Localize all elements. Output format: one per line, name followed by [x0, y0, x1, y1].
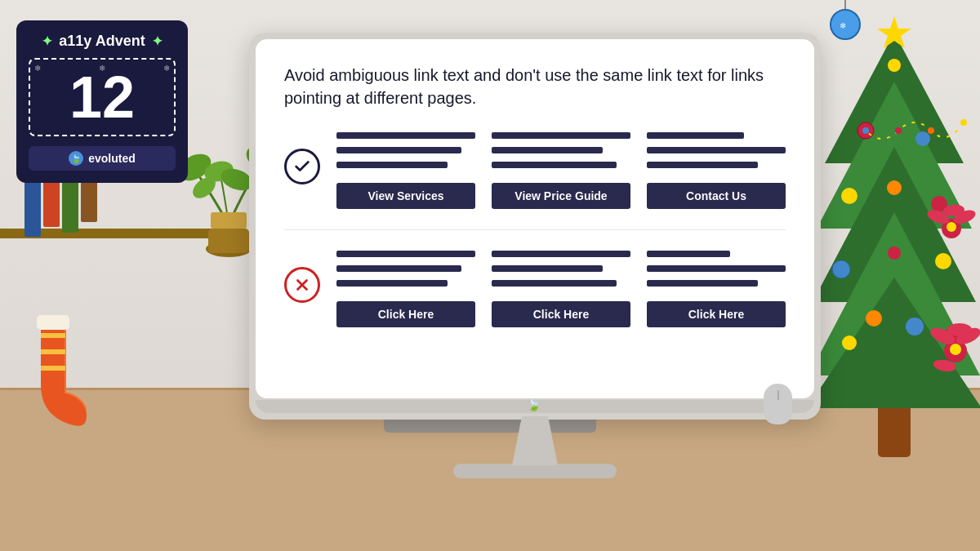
text-line — [647, 162, 758, 168]
text-line — [492, 251, 630, 257]
monitor-logo-icon: 🍃 — [527, 398, 543, 415]
svg-text:❄: ❄ — [840, 21, 846, 30]
svg-point-20 — [887, 180, 902, 195]
svg-point-33 — [947, 222, 956, 232]
svg-point-46 — [862, 127, 869, 134]
text-line — [492, 265, 603, 272]
book-2 — [43, 180, 60, 227]
svg-point-15 — [888, 59, 901, 72]
monitor-stand — [502, 416, 568, 465]
monitor-wrapper: Avoid ambiguous link text and don't use … — [253, 33, 817, 478]
view-price-guide-button[interactable]: View Price Guide — [492, 183, 630, 209]
monitor-chin: 🍃 — [256, 400, 814, 413]
svg-point-17 — [915, 131, 930, 146]
advent-header: ✦ a11y Advent ✦ — [29, 33, 176, 50]
svg-point-45 — [895, 127, 902, 134]
text-line — [492, 132, 630, 139]
cross-icon — [284, 267, 320, 303]
svg-point-25 — [906, 318, 924, 335]
contact-us-button[interactable]: Contact Us — [647, 183, 786, 209]
svg-rect-7 — [211, 212, 247, 229]
bad-card-3: Click Here — [647, 251, 786, 327]
monitor-screen: Avoid ambiguous link text and don't use … — [256, 39, 814, 398]
bad-card-2: Click Here — [492, 251, 630, 327]
evoluted-logo-icon: 🍃 — [69, 151, 83, 166]
christmas-tree: ❄ — [800, 0, 980, 490]
svg-point-21 — [832, 260, 850, 278]
star-left-icon: ✦ — [42, 33, 52, 49]
advent-calendar-panel: ✦ a11y Advent ✦ ❄❄❄ 12 🍃 evoluted — [16, 20, 188, 183]
text-line — [336, 280, 448, 287]
star-right-icon: ✦ — [152, 33, 163, 49]
evoluted-brand-name: evoluted — [88, 152, 136, 165]
svg-point-18 — [841, 188, 858, 204]
svg-point-24 — [866, 310, 882, 327]
text-line — [647, 132, 744, 139]
text-line — [647, 147, 786, 153]
text-line — [647, 280, 758, 287]
snowflakes-decoration: ❄❄❄ — [34, 64, 170, 73]
text-line — [336, 162, 448, 168]
svg-rect-8 — [37, 315, 69, 330]
good-card-3: Contact Us — [647, 132, 786, 209]
mouse — [764, 384, 792, 424]
book-3 — [62, 180, 78, 233]
advent-day-number: 12 — [38, 68, 166, 127]
svg-point-39 — [950, 344, 961, 355]
books-decoration — [24, 180, 97, 237]
text-line — [647, 251, 730, 257]
stocking-decoration — [16, 311, 98, 445]
good-card-2: View Price Guide — [492, 132, 630, 209]
screen-heading: Avoid ambiguous link text and don't use … — [284, 64, 786, 109]
advent-day-box: ❄❄❄ 12 — [29, 58, 176, 136]
text-line — [336, 132, 475, 139]
good-card-1: View Services — [336, 132, 475, 209]
monitor: Avoid ambiguous link text and don't use … — [249, 33, 821, 420]
text-line — [336, 251, 475, 257]
text-line — [336, 265, 461, 272]
view-services-button[interactable]: View Services — [336, 183, 475, 209]
click-here-button-3[interactable]: Click Here — [647, 301, 786, 327]
book-4 — [81, 180, 97, 222]
text-line — [492, 147, 603, 153]
evoluted-brand-bar: 🍃 evoluted — [29, 146, 176, 171]
svg-point-22 — [935, 253, 951, 269]
text-line — [492, 162, 617, 168]
check-icon — [284, 149, 320, 184]
svg-point-43 — [960, 119, 967, 126]
section-divider — [284, 229, 786, 230]
text-line — [336, 147, 461, 153]
svg-point-37 — [947, 323, 972, 336]
click-here-button-2[interactable]: Click Here — [492, 301, 630, 327]
advent-title: a11y Advent — [59, 33, 145, 50]
svg-point-23 — [888, 247, 901, 260]
svg-point-26 — [842, 335, 857, 350]
svg-rect-1 — [208, 229, 249, 253]
text-line — [492, 280, 617, 287]
svg-point-44 — [928, 127, 934, 134]
click-here-button-1[interactable]: Click Here — [336, 301, 475, 327]
book-1 — [24, 180, 41, 237]
bad-card-1: Click Here — [336, 251, 475, 327]
text-line — [647, 265, 786, 272]
content-grid: View Services View Price Guide Contact U… — [284, 132, 786, 327]
monitor-base — [453, 464, 617, 478]
mouse-scroll-wheel — [777, 390, 779, 400]
